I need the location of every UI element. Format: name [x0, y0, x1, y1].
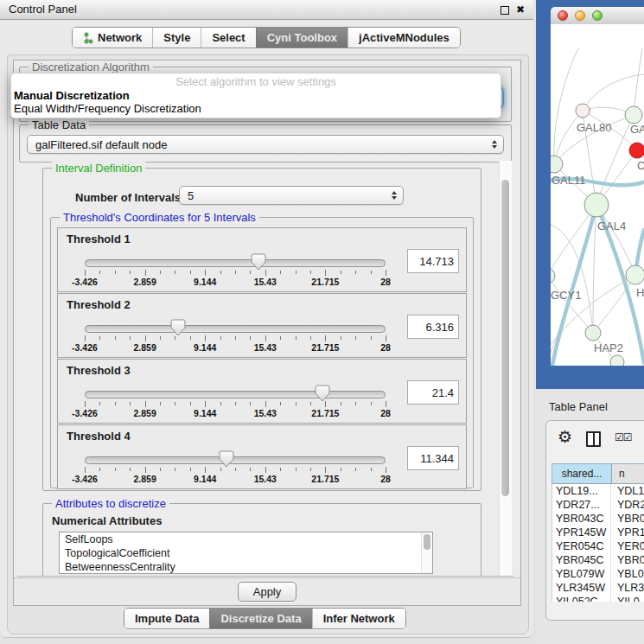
- tick-mark: [190, 402, 191, 405]
- tab-style[interactable]: Style: [152, 28, 201, 48]
- slider-tick-labels: -3.4262.8599.14415.4321.71528: [85, 277, 386, 287]
- slider-track[interactable]: [85, 391, 386, 399]
- tab-label: Cyni Toolbox: [267, 31, 337, 44]
- table-row[interactable]: YLR345WYLR3: [552, 581, 644, 595]
- slider-thumb[interactable]: [170, 319, 186, 336]
- zoom-traffic-light-icon[interactable]: [592, 10, 603, 21]
- tick-mark: [130, 271, 131, 274]
- table-row[interactable]: YDL19...YDL1: [552, 484, 644, 498]
- tab-network[interactable]: Network: [73, 28, 152, 48]
- tick-label: -3.426: [72, 277, 98, 287]
- network-node[interactable]: [629, 143, 644, 158]
- tick-mark: [220, 468, 221, 471]
- tick-mark: [325, 335, 326, 341]
- float-window-icon[interactable]: [501, 6, 509, 15]
- network-edge: [551, 205, 596, 276]
- network-node[interactable]: [585, 325, 601, 341]
- bottom-tab-infer-network[interactable]: Infer Network: [312, 609, 405, 628]
- algorithm-dropdown-popup: Select algorithm to view settings Manual…: [10, 73, 501, 118]
- tick-label: 2.859: [133, 474, 156, 484]
- tick-mark: [235, 402, 236, 405]
- network-node[interactable]: [584, 193, 609, 217]
- tick-mark: [175, 271, 175, 274]
- popup-option-manual-discretization[interactable]: Manual Discretization: [14, 89, 130, 102]
- slider-thumb[interactable]: [251, 253, 266, 271]
- tab-jactivemnodules[interactable]: jActiveMNodules: [348, 28, 460, 48]
- table-row[interactable]: YER054CYER0: [552, 539, 644, 553]
- slider-track[interactable]: [85, 325, 386, 333]
- attribute-list-item[interactable]: TopologicalCoefficient: [60, 546, 432, 560]
- attribute-list-item[interactable]: SelfLoops: [60, 532, 432, 546]
- threshold-value-field[interactable]: 6.316: [407, 315, 459, 339]
- threshold-value-field[interactable]: 14.713: [407, 249, 459, 273]
- cell-shared-name: YPR145W: [552, 526, 611, 539]
- number-of-intervals-label: Number of Intervals: [75, 191, 181, 204]
- slider-track[interactable]: [85, 456, 386, 464]
- tick-mark: [325, 401, 326, 407]
- tick-mark: [145, 401, 146, 407]
- combo-arrows-icon: [392, 191, 397, 200]
- table-row[interactable]: YBL079WYBL0: [552, 567, 644, 581]
- close-traffic-light-icon[interactable]: [558, 10, 568, 21]
- table-row[interactable]: YBR045CYBR0: [552, 553, 644, 567]
- apply-button[interactable]: Apply: [238, 582, 296, 602]
- bottom-tab-impute-data[interactable]: Impute Data: [124, 609, 209, 628]
- desktop: Control Panel ✖ NetworkStyleSelectCyni T…: [0, 0, 644, 644]
- checkbox-icons[interactable]: ☑☑: [615, 431, 632, 443]
- tick-mark: [250, 468, 251, 471]
- number-of-intervals-combo[interactable]: 5: [179, 186, 404, 205]
- threshold-panel-4: Threshold 4-3.4262.8599.14415.4321.71528…: [57, 424, 467, 489]
- gear-icon[interactable]: ⚙: [558, 427, 572, 448]
- network-node[interactable]: [610, 355, 624, 366]
- cell-shared-name: YBL079W: [552, 567, 611, 581]
- cell-shared-name: YIL052C: [552, 595, 611, 602]
- close-icon[interactable]: ✖: [516, 3, 525, 16]
- threshold-value-field[interactable]: 21.4: [407, 380, 459, 405]
- settings-scrollbar-thumb[interactable]: [501, 180, 509, 496]
- tick-mark: [310, 468, 311, 471]
- table-row[interactable]: YIL052CYIL0: [552, 595, 644, 602]
- numerical-attributes-list[interactable]: SelfLoopsTopologicalCoefficientBetweenne…: [59, 532, 433, 574]
- table-row[interactable]: YPR145WYPR1: [552, 526, 644, 539]
- tick-mark: [296, 468, 296, 471]
- column-header-shared-name[interactable]: shared...: [552, 464, 612, 483]
- table-row[interactable]: YDR27...YDR2: [552, 498, 644, 512]
- table-row[interactable]: YBR043CYBR0: [552, 512, 644, 526]
- column-header-name[interactable]: n: [612, 464, 644, 483]
- popup-option-equal-width-frequency[interactable]: Equal Width/Frequency Discretization: [14, 102, 201, 115]
- settings-vertical-scrollbar[interactable]: [499, 161, 512, 576]
- attributes-scrollbar-thumb[interactable]: [424, 534, 430, 550]
- attribute-list-item[interactable]: BetweennessCentrality: [60, 560, 432, 574]
- network-node[interactable]: [576, 104, 590, 118]
- network-node[interactable]: [626, 265, 644, 284]
- threshold-label: Threshold 4: [67, 430, 131, 443]
- tick-mark: [205, 270, 206, 276]
- cyni-toolbox-panel: Discretization Algorithm Manual Discreti…: [7, 54, 529, 634]
- slider-tick-labels: -3.4262.8599.14415.4321.71528: [85, 474, 386, 484]
- tick-label: 21.715: [311, 474, 339, 484]
- tick-label: 2.859: [133, 277, 156, 287]
- network-node-label: C: [637, 159, 644, 172]
- bottom-tab-discretize-data[interactable]: Discretize Data: [209, 609, 311, 628]
- split-column-icon[interactable]: [586, 431, 601, 447]
- cell-name: YDL1: [611, 484, 644, 498]
- settings-scroll-area: Interval Definition Number of Intervals …: [17, 161, 513, 577]
- slider-thumb[interactable]: [315, 385, 330, 402]
- network-node[interactable]: [551, 156, 563, 173]
- tick-label: 21.715: [311, 408, 339, 418]
- attributes-scrollbar[interactable]: [421, 532, 432, 573]
- tick-mark: [371, 336, 372, 340]
- network-node[interactable]: [625, 106, 642, 124]
- tick-mark: [85, 467, 86, 473]
- slider-track[interactable]: [85, 259, 386, 267]
- minimize-traffic-light-icon[interactable]: [575, 10, 585, 21]
- threshold-panel-3: Threshold 3-3.4262.8599.14415.4321.71528…: [57, 359, 467, 424]
- tick-label: 9.144: [194, 474, 216, 484]
- threshold-value-field[interactable]: 11.344: [407, 446, 459, 470]
- tab-select[interactable]: Select: [201, 28, 255, 48]
- tab-cyni-toolbox[interactable]: Cyni Toolbox: [256, 28, 348, 48]
- slider-thumb[interactable]: [219, 450, 234, 468]
- network-node[interactable]: [551, 268, 555, 284]
- table-data-combo[interactable]: galFiltered.sif default node: [27, 135, 504, 154]
- network-canvas[interactable]: GAL80GACGAL11GAL4GCY1HHAP2: [551, 24, 644, 366]
